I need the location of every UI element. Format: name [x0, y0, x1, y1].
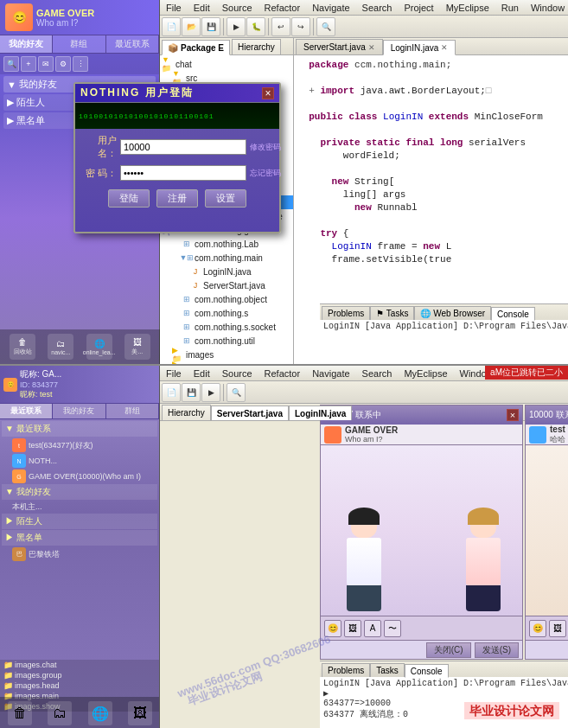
b-tab-groups[interactable]: 群组: [106, 404, 159, 418]
tb-debug[interactable]: 🐛: [246, 17, 265, 36]
menu-project[interactable]: Project: [401, 3, 436, 13]
menu-navigate[interactable]: Navigate: [310, 3, 352, 13]
tab-my-friends[interactable]: 我的好友: [0, 35, 53, 53]
tree-item-loginin[interactable]: J LoginIN.java: [160, 265, 293, 278]
chat-tb-emoji[interactable]: 😊: [324, 620, 341, 637]
icon-online[interactable]: 🌐 online_lea...: [86, 334, 112, 360]
b-tb-new[interactable]: 📄: [162, 383, 181, 402]
change-pwd-btn[interactable]: 修改密码: [250, 142, 281, 153]
b-icon-online[interactable]: 🌐: [88, 701, 112, 725]
bc-tab-problems[interactable]: Problems: [322, 663, 370, 677]
icon-navic[interactable]: 🗂 navic...: [48, 334, 73, 360]
chat-tb-font[interactable]: A: [364, 620, 381, 637]
bottom-tab-problems[interactable]: Problems: [322, 306, 370, 320]
chat-tb-2-emoji[interactable]: 😊: [529, 620, 546, 637]
tb-run[interactable]: ▶: [227, 17, 246, 36]
b-tab-recent[interactable]: 最近联系: [0, 404, 53, 418]
b-panel-loginin[interactable]: LoginIN.java: [289, 406, 352, 421]
b-menu-refactor[interactable]: Refactor: [262, 368, 303, 379]
icon-msg[interactable]: ✉: [38, 56, 54, 72]
b-friend-4[interactable]: 本机主...: [2, 501, 157, 514]
b-menu-file[interactable]: File: [163, 368, 184, 379]
bc-tab-console[interactable]: Console: [405, 664, 449, 678]
icon-recycle[interactable]: 🗑 回收站: [10, 334, 35, 360]
b-tb-run[interactable]: ▶: [201, 383, 220, 402]
chat-tb-2-img[interactable]: 🖼: [549, 620, 566, 637]
b-menu-myeclipse[interactable]: MyEclipse: [401, 368, 450, 379]
b-section-blacklist[interactable]: ▶ 黑名单: [2, 530, 157, 546]
chat-send-btn-1[interactable]: 发送(S): [475, 642, 519, 658]
tb-redo[interactable]: ↪: [291, 17, 310, 36]
b-section-strangers[interactable]: ▶ 陌生人: [2, 514, 157, 529]
tree-item-lab[interactable]: ⊞ com.nothing.Lab: [160, 237, 293, 251]
password-input[interactable]: [120, 165, 246, 181]
menu-edit[interactable]: Edit: [191, 3, 213, 13]
tree-item-serverstart[interactable]: J ServerStart.java: [160, 278, 293, 292]
icon-more[interactable]: ⋮: [73, 56, 88, 72]
editor-tab-loginin[interactable]: LoginIN.java ✕: [383, 40, 456, 55]
chat-win-1-close[interactable]: ×: [507, 409, 519, 421]
b-icon-image[interactable]: 🖼: [128, 701, 152, 725]
tree-item-ssocket[interactable]: ⊞ com.nothing.s.socket: [160, 320, 293, 334]
icon-image[interactable]: 🖼 美...: [124, 334, 150, 360]
b-menu-navigate[interactable]: Navigate: [310, 368, 352, 379]
dialog-close-btn[interactable]: ×: [262, 87, 274, 99]
b-menu-search[interactable]: Search: [360, 368, 395, 379]
tb-undo[interactable]: ↩: [271, 17, 290, 36]
menu-refactor[interactable]: Refactor: [262, 3, 303, 13]
register-btn[interactable]: 注册: [156, 189, 198, 208]
b-panel-serverstart[interactable]: ServerStart.java: [211, 406, 289, 421]
b-tab-friends[interactable]: 我的好友: [53, 404, 105, 418]
menu-run[interactable]: Run: [499, 3, 521, 13]
tree-item-object[interactable]: ⊞ com.nothing.object: [160, 292, 293, 306]
icon-search[interactable]: 🔍: [3, 56, 19, 72]
panel-tab-pkg[interactable]: 📦 Package E: [162, 40, 230, 55]
editor-tab-serverstart[interactable]: ServerStart.java ✕: [296, 39, 383, 54]
menu-myeclipse[interactable]: MyEclipse: [444, 3, 492, 13]
forgot-pwd-btn[interactable]: 忘记密码: [250, 168, 281, 179]
chat-tb-img[interactable]: 🖼: [344, 620, 361, 637]
login-btn[interactable]: 登陆: [108, 189, 150, 208]
b-section-recent[interactable]: ▼ 最近联系: [2, 421, 157, 437]
b-tree-images-chat[interactable]: 📁 images.chat: [0, 660, 160, 670]
panel-tab-hierarchy[interactable]: Hierarchy: [232, 39, 281, 54]
bc-tab-tasks[interactable]: Tasks: [370, 663, 405, 677]
menu-search[interactable]: Search: [360, 3, 395, 13]
b-menu-source[interactable]: Source: [220, 368, 255, 379]
b-friend-3[interactable]: G GAME OVER(10000)(Who am I): [2, 469, 157, 484]
tb-search[interactable]: 🔍: [316, 17, 335, 36]
b-tree-images-group[interactable]: 📁 images.group: [0, 670, 160, 680]
menu-source[interactable]: Source: [220, 3, 255, 13]
tab-recent[interactable]: 最近联系: [106, 35, 159, 53]
b-icon-recycle[interactable]: 🗑: [8, 701, 32, 725]
close-loginin[interactable]: ✕: [441, 43, 448, 52]
username-input[interactable]: [120, 139, 246, 155]
b-icon-navic[interactable]: 🗂: [48, 701, 72, 725]
chat-close-btn-1[interactable]: 关闭(C): [426, 642, 471, 658]
b-friend-2[interactable]: N NOTH...: [2, 453, 157, 469]
tree-item-main[interactable]: ▼⊞ com.nothing.main: [160, 251, 293, 265]
b-panel-hierarchy[interactable]: Hierarchy: [162, 405, 211, 420]
bottom-tab-web[interactable]: 🌐 Web Browser: [414, 306, 491, 320]
tb-save[interactable]: 💾: [201, 17, 220, 36]
icon-add[interactable]: +: [21, 56, 36, 72]
menu-file[interactable]: File: [163, 3, 184, 13]
settings-btn[interactable]: 设置: [205, 189, 246, 208]
tb-new[interactable]: 📄: [162, 17, 181, 36]
b-tb-save[interactable]: 💾: [182, 383, 201, 402]
b-tree-images-head[interactable]: 📁 images.head: [0, 680, 160, 691]
chat-tb-shake[interactable]: 〜: [384, 620, 401, 637]
b-friend-1[interactable]: t test(634377)(好友): [2, 437, 157, 453]
b-tb-search[interactable]: 🔍: [227, 383, 246, 402]
tab-groups[interactable]: 群组: [53, 35, 105, 53]
bottom-tab-tasks[interactable]: ⚑ Tasks: [370, 306, 414, 320]
icon-settings[interactable]: ⚙: [55, 56, 71, 72]
close-serverstart[interactable]: ✕: [368, 43, 375, 52]
tree-item-s[interactable]: ⊞ com.nothing.s: [160, 306, 293, 320]
bottom-tab-console[interactable]: Console: [491, 307, 535, 321]
b-menu-edit[interactable]: Edit: [191, 368, 213, 379]
tb-open[interactable]: 📂: [182, 17, 201, 36]
b-friend-5[interactable]: 巴 巴黎铁塔: [2, 546, 157, 562]
b-section-my-friends[interactable]: ▼ 我的好友: [2, 484, 157, 500]
menu-window[interactable]: Window: [528, 3, 567, 13]
